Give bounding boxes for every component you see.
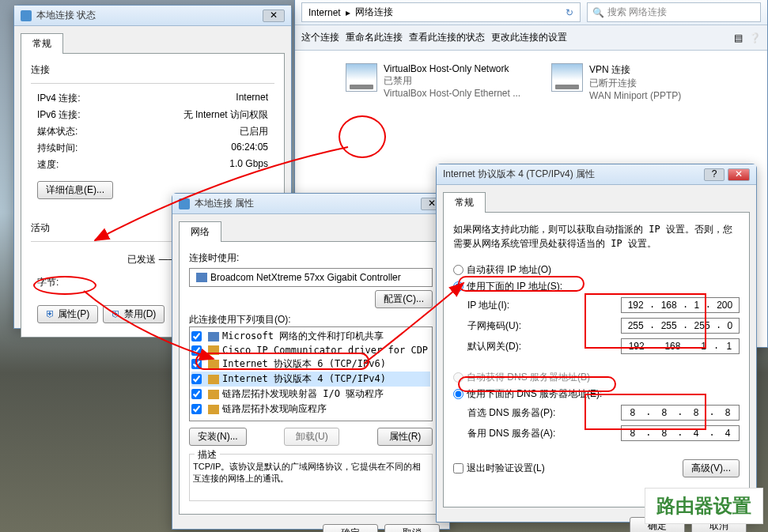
intro-text: 如果网络支持此功能，则可以获取自动指派的 IP 设置。否则，您需要从网络系统管理… [453,222,740,251]
label: 使用下面的 IP 地址(S): [467,280,562,293]
label: 字节: [37,276,59,289]
protocol-icon [208,390,219,399]
chevron-right-icon: ▸ [346,7,350,18]
tab-general[interactable]: 常规 [443,192,486,213]
list-item[interactable]: Cisco IP Communicator driver for CDP [191,344,430,357]
protocol-icon [208,405,219,414]
mask-label: 子网掩码(U): [467,319,521,333]
checkbox[interactable] [191,331,202,341]
label: 持续时间: [37,141,78,155]
checkbox[interactable] [191,359,202,369]
ok-button[interactable]: 确定 [323,524,378,532]
net-adapter: VirtualBox Host-Only Ethernet ... [384,88,520,99]
toolbar-item[interactable]: 更改此连接的设置 [491,31,567,44]
adapter-icon [196,273,207,282]
value: Internet [236,92,268,105]
shield-icon: ⛨ [112,308,121,319]
tab-general[interactable]: 常规 [21,33,63,54]
adapter-name: Broadcom NetXtreme 57xx Gigabit Controll… [210,272,401,283]
mask-input[interactable]: 255.255.255.0 [621,318,740,334]
dns1-input[interactable]: 8.8.8.8 [621,405,740,421]
service-icon [208,332,219,341]
help-icon[interactable]: ❔ [749,32,761,43]
radio-use-ip[interactable] [453,281,463,292]
details-button[interactable]: 详细信息(E)... [37,181,113,199]
radio-auto-ip[interactable] [453,265,463,275]
close-icon[interactable]: ✕ [263,9,285,22]
label: IPv4 连接: [37,92,81,105]
refresh-icon[interactable]: ↻ [566,7,573,18]
window-title: 本地连接 属性 [195,197,421,210]
breadcrumb-item[interactable]: 网络连接 [355,6,393,19]
tab-network[interactable]: 网络 [179,221,221,242]
label: 此连接使用下列项目(O): [189,313,433,326]
label: 媒体状态: [37,125,78,138]
checkbox[interactable] [191,345,202,356]
close-icon[interactable]: ✕ [728,168,750,181]
uninstall-button[interactable]: 卸载(U) [284,428,339,446]
toolbar-item[interactable]: 查看此连接的状态 [409,31,485,44]
list-item[interactable]: 链路层拓扑发现响应程序 [191,402,430,417]
titlebar: 本地连接 状态 ✕ [14,6,291,26]
gateway-input[interactable]: 192.168.1.1 [621,338,740,354]
group-label: 描述 [195,448,220,462]
description-group: 描述 TCP/IP。该协议是默认的广域网络协议，它提供在不同的相互连接的网络上的… [189,454,433,501]
advanced-button[interactable]: 高级(V)... [683,459,740,477]
checkbox[interactable] [191,404,202,414]
radio-use-dns[interactable] [453,389,463,399]
label: 自动获得 DNS 服务器地址(B) [467,371,590,384]
properties-button[interactable]: ⛨ 属性(P) [37,305,98,323]
gateway-label: 默认网关(D): [467,340,521,353]
breadcrumb-item[interactable]: Internet [308,7,341,18]
net-name: VPN 连接 [589,63,681,77]
breadcrumb[interactable]: Internet ▸ 网络连接 ↻ [301,2,581,22]
section-label: 连接 [31,63,274,77]
ip-input[interactable]: 192.168.1.200 [621,297,740,313]
label: 退出时验证设置(L) [467,462,545,475]
titlebar: 本地连接 属性 ✕ [172,194,449,214]
toolbar-item[interactable]: 这个连接 [301,31,339,44]
checkbox[interactable] [191,389,202,399]
explorer-toolbar: 这个连接 重命名此连接 查看此连接的状态 更改此连接的设置 ▤ ❔ [295,25,767,51]
list-item[interactable]: Microsoft 网络的文件和打印机共享 [191,329,430,344]
net-status: 已断开连接 [589,77,681,90]
label: 连接时使用: [189,251,433,265]
shield-icon: ⛨ [46,308,55,319]
net-name: VirtualBox Host-Only Network [384,63,520,74]
window-title: 本地连接 状态 [36,9,263,22]
explorer-addressbar: Internet ▸ 网络连接 ↻ 🔍 搜索 网络连接 [295,0,767,25]
disable-button[interactable]: ⛨ 禁用(D) [103,305,165,323]
dns2-input[interactable]: 8.8.4.4 [621,425,740,441]
label: IPv6 连接: [37,108,81,122]
titlebar: Internet 协议版本 4 (TCP/IPv4) 属性 ? ✕ [437,164,756,185]
checkbox[interactable] [191,374,202,384]
label: 使用下面的 DNS 服务器地址(E): [467,387,602,401]
list-item[interactable]: Internet 协议版本 6 (TCP/IPv6) [191,357,430,372]
install-button[interactable]: 安装(N)... [189,428,247,446]
net-adapter: WAN Miniport (PPTP) [589,90,681,101]
value: 1.0 Gbps [229,158,268,172]
item-properties-button[interactable]: 属性(R) [377,428,433,446]
protocol-icon [208,360,219,369]
components-list[interactable]: Microsoft 网络的文件和打印机共享 Cisco IP Communica… [189,326,433,421]
radio-auto-dns [453,372,463,383]
list-item[interactable]: 链路层拓扑发现映射器 I/O 驱动程序 [191,387,430,402]
configure-button[interactable]: 配置(C)... [375,290,433,308]
window-icon [179,198,190,209]
value: 已启用 [240,125,268,138]
network-icon [346,63,377,92]
toolbar-item[interactable]: 重命名此连接 [346,31,403,44]
search-input[interactable]: 🔍 搜索 网络连接 [587,2,761,22]
value: 无 Internet 访问权限 [183,108,268,122]
dns1-label: 首选 DNS 服务器(P): [467,406,555,420]
window-title: Internet 协议版本 4 (TCP/IPv4) 属性 [443,168,704,181]
cancel-button[interactable]: 取消 [384,524,440,532]
help-icon[interactable]: ? [704,168,724,181]
network-icon [551,63,583,92]
view-icon[interactable]: ▤ [734,32,743,43]
label: 自动获得 IP 地址(O) [467,263,551,277]
validate-checkbox[interactable] [453,463,463,474]
ipv4-properties-window: Internet 协议版本 4 (TCP/IPv4) 属性 ? ✕ 常规 如果网… [436,164,757,523]
list-item-tcpipv4[interactable]: Internet 协议版本 4 (TCP/IPv4) [191,372,430,387]
watermark: 路由器设置 [645,488,763,524]
